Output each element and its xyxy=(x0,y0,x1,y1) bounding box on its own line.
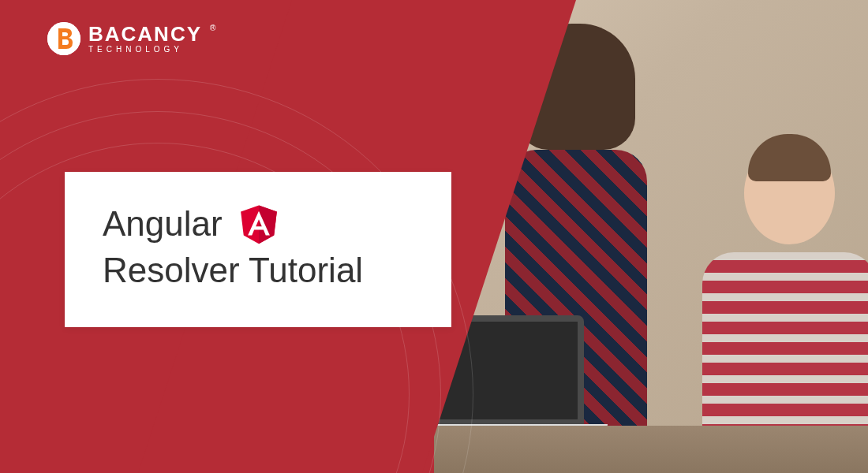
logo-tagline: TECHNOLOGY xyxy=(88,46,202,54)
title-card: Angular Resolver Tutorial xyxy=(65,172,451,327)
angular-logo-icon xyxy=(237,200,281,248)
registered-trademark-icon: ® xyxy=(210,24,215,32)
hero-banner: BACANCY TECHNOLOGY ® Angular Resolver Tu… xyxy=(0,0,868,473)
brand-logo: BACANCY TECHNOLOGY ® xyxy=(47,22,215,55)
title-line-2: Resolver Tutorial xyxy=(103,248,413,292)
logo-brand-name: BACANCY xyxy=(88,24,202,44)
title-line-1: Angular xyxy=(103,201,223,246)
bacancy-logo-mark-icon xyxy=(47,22,80,55)
